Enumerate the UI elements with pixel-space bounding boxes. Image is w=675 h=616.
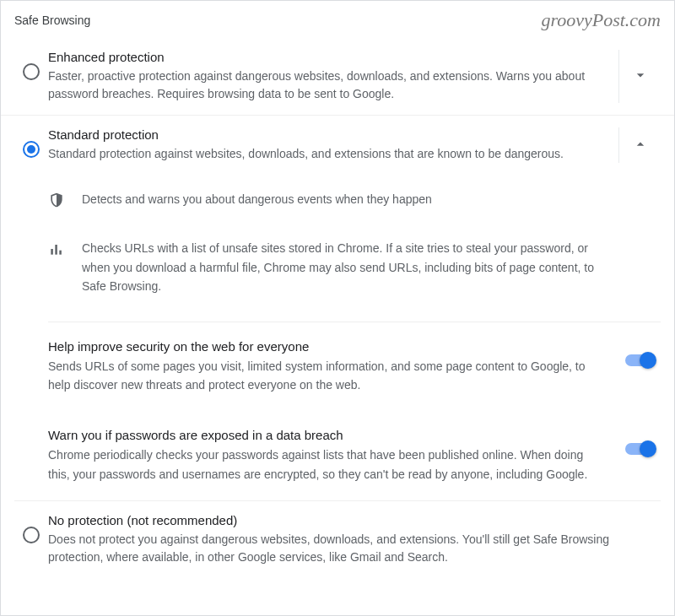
radio-enhanced[interactable] <box>23 63 40 80</box>
option-enhanced[interactable]: Enhanced protection Faster, proactive pr… <box>1 38 674 115</box>
standard-details: Detects and warns you about dangerous ev… <box>1 175 674 500</box>
shield-icon <box>48 190 82 208</box>
detail-1-text: Detects and warns you about dangerous ev… <box>82 190 618 208</box>
option-enhanced-title: Enhanced protection <box>48 50 612 64</box>
chevron-down-icon <box>632 67 649 86</box>
option-standard[interactable]: Standard protection Standard protection … <box>1 115 674 175</box>
safe-browsing-panel: Safe Browsing groovyPost.com Enhanced pr… <box>0 0 675 616</box>
svg-rect-0 <box>51 249 53 255</box>
toggle-improve-security[interactable] <box>625 354 654 366</box>
option-none-title: No protection (not recommended) <box>48 513 618 527</box>
toggle-password-breach[interactable] <box>625 443 654 455</box>
detail-2-text: Checks URLs with a list of unsafe sites … <box>82 239 618 295</box>
sub-options: Help improve security on the web for eve… <box>48 322 661 501</box>
sub-desc: Chrome periodically checks your password… <box>48 446 602 484</box>
radio-standard[interactable] <box>23 141 40 158</box>
sub-option-password-breach: Warn you if passwords are exposed in a d… <box>48 411 661 500</box>
svg-rect-1 <box>55 245 57 255</box>
watermark: groovyPost.com <box>541 9 661 31</box>
option-standard-desc: Standard protection against websites, do… <box>48 145 612 163</box>
sub-desc: Sends URLs of some pages you visit, limi… <box>48 357 602 395</box>
header: Safe Browsing groovyPost.com <box>1 1 674 38</box>
option-standard-title: Standard protection <box>48 127 612 142</box>
sub-option-improve-security: Help improve security on the web for eve… <box>48 322 661 412</box>
sub-title: Warn you if passwords are exposed in a d… <box>48 428 602 442</box>
collapse-standard[interactable] <box>618 127 661 163</box>
option-no-protection[interactable]: No protection (not recommended) Does not… <box>1 501 674 578</box>
radio-no-protection[interactable] <box>23 527 40 543</box>
svg-rect-2 <box>59 251 62 255</box>
sub-title: Help improve security on the web for eve… <box>48 339 602 354</box>
expand-enhanced[interactable] <box>618 50 661 103</box>
chevron-up-icon <box>632 136 649 155</box>
option-none-desc: Does not protect you against dangerous w… <box>48 531 618 566</box>
option-enhanced-desc: Faster, proactive protection against dan… <box>48 68 612 103</box>
bars-icon <box>48 239 82 257</box>
detail-row: Checks URLs with a list of unsafe sites … <box>48 224 661 311</box>
detail-row: Detects and warns you about dangerous ev… <box>48 175 661 224</box>
page-title: Safe Browsing <box>14 14 90 27</box>
